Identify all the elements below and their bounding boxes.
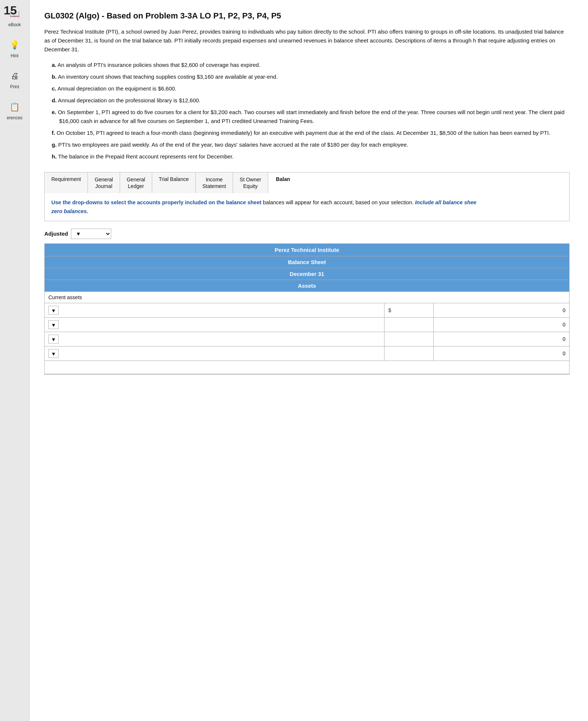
main-content: GL0302 (Algo) - Based on Problem 3-3A LO…: [30, 0, 588, 721]
item-text-c-content: Annual depreciation on the equipment is …: [58, 85, 177, 92]
item-text-a-content: An analysis of PTI's insurance policies …: [58, 62, 260, 68]
tab-balance-sheet[interactable]: Balan: [268, 172, 298, 193]
item-label-f: f.: [52, 130, 55, 136]
bs-row2-account: ▼: [45, 317, 384, 332]
bs-row3-account: ▼: [45, 332, 384, 346]
sidebar-item-ebook-label: eBook: [8, 22, 21, 27]
bs-row4-dollar: [384, 346, 433, 360]
balance-sheet-table: Perez Technical Institute Balance Sheet …: [45, 244, 569, 374]
bs-row1-value: 0: [433, 303, 569, 317]
tab-income-statement-label: IncomeStatement: [202, 177, 226, 189]
bs-row2-dollar: [384, 317, 433, 332]
item-text-d-content: Annual depreciation on the professional …: [58, 97, 201, 103]
bs-data-row-2: ▼ 0: [45, 317, 569, 332]
bs-title: Balance Sheet: [45, 256, 569, 268]
tab-income-statement[interactable]: IncomeStatement: [196, 172, 233, 193]
tab-trial-balance[interactable]: Trial Balance: [152, 172, 196, 193]
references-icon: 📋: [8, 100, 21, 114]
bs-row1-dollar: $: [384, 303, 433, 317]
instruction-box: Use the drop-downs to select the account…: [44, 193, 570, 221]
item-label-e: e.: [52, 109, 57, 115]
problem-title: GL0302 (Algo) - Based on Problem 3-3A LO…: [44, 11, 570, 21]
tab-st-owner-equity-label: St OwnerEquity: [240, 177, 261, 189]
account-dropdown-1[interactable]: ▼: [48, 306, 59, 315]
list-item: e. On September 1, PTI agreed to do five…: [52, 108, 570, 126]
page-number: 15: [4, 4, 17, 17]
item-label-c: c.: [52, 85, 57, 92]
item-text-b-content: An inventory count shows that teaching s…: [58, 74, 278, 80]
list-item: g. PTI's two employees are paid weekly. …: [52, 140, 570, 149]
list-item: h. The balance in the Prepaid Rent accou…: [52, 152, 570, 161]
tab-general-ledger-label: GeneralLedger: [127, 177, 145, 189]
bs-date: December 31: [45, 268, 569, 280]
bs-empty-row: [45, 360, 569, 374]
list-item: f. On October 15, PTI agreed to teach a …: [52, 129, 570, 137]
dropdown-label: Adjusted: [44, 230, 68, 237]
list-item: b. An inventory count shows that teachin…: [52, 72, 570, 81]
items-list: a. An analysis of PTI's insurance polici…: [44, 61, 570, 161]
instruction-zero: zero balances.: [51, 208, 88, 214]
instruction-bold: Use the drop-downs to select the account…: [51, 199, 261, 205]
instruction-normal: balances will appear for each account, b…: [261, 199, 415, 205]
bs-row4-value: 0: [433, 346, 569, 360]
item-label-g: g.: [52, 141, 57, 148]
item-text-f-content: On October 15, PTI agreed to teach a fou…: [57, 130, 550, 136]
sidebar-item-print-label: Print: [10, 84, 19, 89]
item-label-h: h.: [52, 153, 57, 160]
problem-description: Perez Technical Institute (PTI), a schoo…: [44, 27, 570, 54]
sidebar-item-references[interactable]: 📋 erences: [7, 100, 23, 120]
list-item: c. Annual depreciation on the equipment …: [52, 84, 570, 93]
sidebar-item-hint[interactable]: 💡 Hint: [8, 38, 21, 58]
sidebar: 📖 eBook 💡 Hint 🖨 Print 📋 erences: [0, 0, 30, 721]
bs-row1-account: ▼: [45, 303, 384, 317]
bs-data-row-5: [45, 360, 569, 374]
sidebar-item-hint-label: Hint: [11, 53, 18, 58]
bs-current-assets-label: Current assets: [45, 292, 569, 303]
item-label-d: d.: [52, 97, 57, 103]
instruction-italic: Include all balance shee: [415, 199, 476, 205]
tab-general-journal-label: GeneralJournal: [95, 177, 113, 189]
item-text-h-content: The balance in the Prepaid Rent account …: [58, 153, 233, 160]
tab-st-owner-equity[interactable]: St OwnerEquity: [233, 172, 268, 193]
tab-requirement[interactable]: Requirement: [45, 172, 88, 193]
tab-general-journal[interactable]: GeneralJournal: [88, 172, 120, 193]
account-dropdown-3[interactable]: ▼: [48, 335, 59, 344]
bs-row3-value: 0: [433, 332, 569, 346]
bs-data-row-1: ▼ $ 0: [45, 303, 569, 317]
bs-row4-account: ▼: [45, 346, 384, 360]
account-dropdown-2[interactable]: ▼: [48, 320, 59, 329]
bs-assets-section: Assets: [45, 280, 569, 291]
balance-sheet-wrapper: Perez Technical Institute Balance Sheet …: [44, 243, 570, 375]
list-item: d. Annual depreciation on the profession…: [52, 96, 570, 105]
tab-general-ledger[interactable]: GeneralLedger: [120, 172, 152, 193]
account-dropdown-4[interactable]: ▼: [48, 349, 59, 358]
sidebar-item-print[interactable]: 🖨 Print: [8, 69, 21, 89]
dropdown-row: Adjusted ▼ Adjusted Unadjusted: [44, 229, 570, 239]
print-icon: 🖨: [8, 69, 21, 83]
adjusted-dropdown[interactable]: ▼ Adjusted Unadjusted: [71, 229, 111, 239]
bs-data-row-4: ▼ 0: [45, 346, 569, 360]
bs-row2-value: 0: [433, 317, 569, 332]
bs-row3-dollar: [384, 332, 433, 346]
hint-icon: 💡: [8, 38, 21, 52]
item-label-a: a.: [52, 62, 57, 68]
list-item: a. An analysis of PTI's insurance polici…: [52, 61, 570, 69]
item-label-b: b.: [52, 74, 57, 80]
sidebar-item-references-label: erences: [7, 115, 23, 120]
item-text-g-content: PTI's two employees are paid weekly. As …: [58, 141, 408, 148]
bs-data-row-3: ▼ 0: [45, 332, 569, 346]
item-text-e-content: On September 1, PTI agreed to do five co…: [58, 109, 565, 124]
tabs-container: Requirement GeneralJournal GeneralLedger…: [44, 172, 570, 193]
bs-institute-name: Perez Technical Institute: [45, 244, 569, 256]
